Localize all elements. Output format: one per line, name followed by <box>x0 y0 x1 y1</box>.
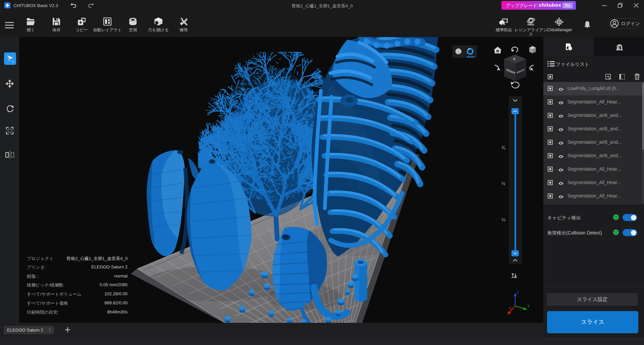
svg-text:X: X <box>509 306 512 310</box>
svg-text:RMA: RMA <box>528 23 535 26</box>
svg-text:Y: Y <box>527 304 530 308</box>
svg-text:Z: Z <box>516 290 519 294</box>
